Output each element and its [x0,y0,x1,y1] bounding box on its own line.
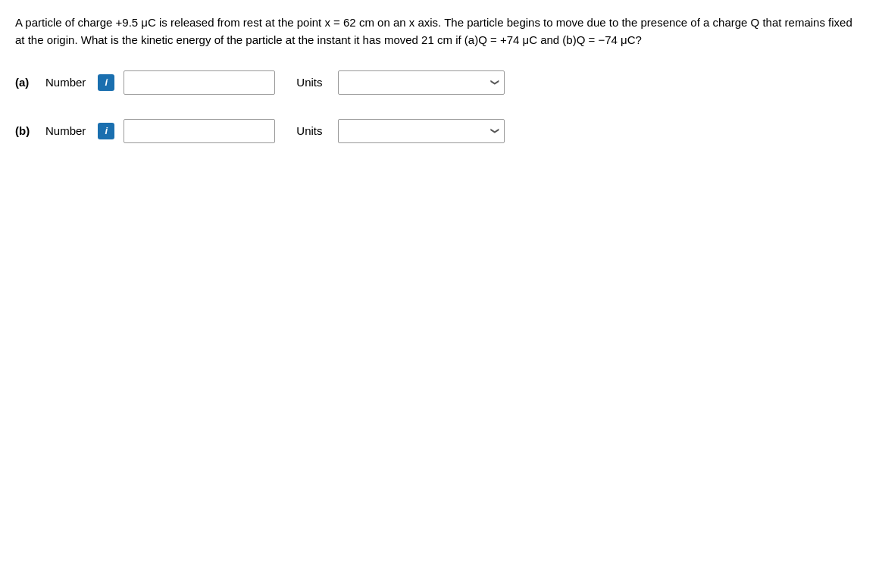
part-a-units-select-wrapper [338,70,505,95]
part-b-info-icon[interactable]: i [98,123,114,139]
part-a-row: (a) Number i Units [15,70,867,95]
part-b-row: (b) Number i Units [15,119,867,143]
part-b-number-input[interactable] [124,119,275,143]
part-b-units-select-wrapper [338,119,505,143]
part-a-number-label: Number [45,76,86,89]
part-a-number-input[interactable] [124,70,275,95]
part-b-units-label: Units [296,124,322,137]
part-b-units-select[interactable] [338,119,505,143]
part-a-label: (a) [15,76,36,89]
part-a-info-icon[interactable]: i [98,74,114,91]
part-b-label: (b) [15,124,36,137]
part-a-units-select[interactable] [338,70,505,95]
problem-text: A particle of charge +9.5 μC is released… [15,14,864,49]
part-a-units-label: Units [296,76,322,89]
part-b-number-label: Number [45,124,86,137]
